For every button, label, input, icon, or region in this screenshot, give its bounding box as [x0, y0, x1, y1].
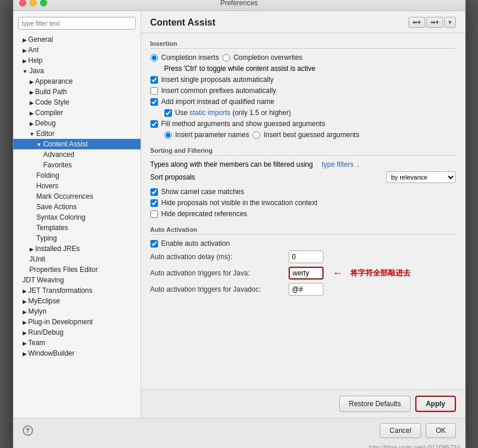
hide-deprecated-row: Hide deprecated references — [150, 210, 456, 218]
static-imports-label: Use static imports (only 1.5 or higher) — [175, 109, 291, 117]
param-names-radio[interactable] — [164, 131, 172, 139]
cancel-button[interactable]: Cancel — [380, 423, 421, 438]
sidebar-item-label-content-assist: Content Assist — [43, 140, 88, 148]
sidebar-item-label-jet-transformations: JET Transformations — [28, 286, 92, 295]
sidebar-item-debug[interactable]: ▶ Debug — [13, 118, 141, 128]
java-triggers-input[interactable] — [289, 267, 324, 279]
sidebar-item-plugin-development[interactable]: ▶ Plug-in Development — [13, 317, 141, 327]
back-button[interactable]: ⬅▾ — [408, 17, 425, 28]
sidebar-item-run-debug[interactable]: ▶ Run/Debug — [13, 327, 141, 338]
hide-deprecated-check[interactable] — [150, 210, 158, 218]
help-button[interactable]: ? — [23, 425, 33, 436]
annotation-text: 将字符全部敲进去 — [350, 268, 411, 278]
completion-overwrites-radio[interactable] — [222, 54, 230, 62]
sorting-title: Sorting and Filtering — [150, 147, 456, 156]
javadoc-triggers-row: Auto activation triggers for Javadoc: — [150, 283, 456, 296]
apply-button[interactable]: Apply — [415, 396, 455, 412]
sidebar-item-label-debug: Debug — [35, 119, 56, 127]
main-content: ▶ General▶ Ant▶ Help▼ Java▶ Appearance▶ … — [13, 11, 465, 418]
sidebar-item-junit[interactable]: JUnit — [13, 254, 141, 264]
tree-arrow-plugin-development: ▶ — [23, 320, 27, 325]
sidebar-item-build-path[interactable]: ▶ Build Path — [13, 87, 141, 97]
watermark: http://blog.csdn.net/u011085734 — [13, 443, 465, 448]
minimize-button[interactable] — [30, 0, 37, 6]
sidebar-item-syntax-coloring[interactable]: Syntax Coloring — [13, 212, 141, 223]
insert-common-check[interactable] — [150, 87, 158, 95]
sidebar-item-label-run-debug: Run/Debug — [28, 328, 64, 336]
sidebar-item-typing[interactable]: Typing — [13, 233, 141, 243]
sidebar-item-label-java: Java — [29, 67, 44, 75]
sidebar-item-editor[interactable]: ▼ Editor — [13, 128, 141, 139]
static-imports-check[interactable] — [164, 109, 172, 117]
fill-method-check[interactable] — [150, 120, 158, 128]
static-imports-row: Use static imports (only 1.5 or higher) — [150, 109, 456, 117]
menu-button[interactable]: ▾ — [444, 17, 456, 28]
auto-activation-title: Auto Activation — [150, 226, 456, 235]
tree-arrow-myeclipse: ▶ — [23, 299, 27, 304]
annotation-arrow: ← — [333, 267, 343, 279]
sidebar-item-label-save-actions: Save Actions — [37, 203, 77, 211]
sidebar-item-compiler[interactable]: ▶ Compiler — [13, 107, 141, 118]
sidebar-item-label-general: General — [28, 35, 53, 44]
sidebar-item-advanced[interactable]: Advanced — [13, 149, 141, 160]
type-filters-link[interactable]: type filters — [322, 160, 354, 169]
javadoc-triggers-input[interactable] — [289, 283, 324, 296]
main-body: Insertion Completion inserts Completion … — [141, 33, 465, 389]
completion-inserts-label: Completion inserts — [161, 53, 219, 62]
restore-defaults-button[interactable]: Restore Defaults — [339, 396, 411, 412]
filter-input[interactable] — [18, 17, 136, 30]
enable-auto-row: Enable auto activation — [150, 239, 456, 248]
sidebar-item-save-actions[interactable]: Save Actions — [13, 202, 141, 212]
tree-arrow-content-assist: ▼ — [37, 142, 42, 148]
sidebar-item-label-typing: Typing — [37, 234, 57, 242]
sort-proposals-select[interactable]: by relevance alphabetically — [386, 171, 456, 183]
completion-inserts-radio[interactable] — [150, 54, 158, 62]
sidebar-item-label-windowbuilder: WindowBuilder — [28, 349, 75, 357]
maximize-button[interactable] — [40, 0, 47, 6]
sidebar-item-general[interactable]: ▶ General — [13, 34, 141, 45]
forward-button[interactable]: ➡▾ — [426, 17, 443, 28]
sidebar-item-installed-jres[interactable]: ▶ Installed JREs — [13, 243, 141, 254]
show-camel-check[interactable] — [150, 188, 158, 196]
param-names-label: Insert parameter names — [175, 131, 249, 139]
sidebar-item-appearance[interactable]: ▶ Appearance — [13, 76, 141, 87]
enable-auto-check[interactable] — [150, 240, 158, 248]
sidebar-item-jet-transformations[interactable]: ▶ JET Transformations — [13, 285, 141, 296]
sidebar-item-label-team: Team — [28, 339, 45, 347]
hide-not-visible-check[interactable] — [150, 199, 158, 207]
hide-not-visible-row: Hide proposals not visible in the invoca… — [150, 199, 456, 207]
sidebar-item-label-appearance: Appearance — [35, 77, 73, 85]
insert-single-check[interactable] — [150, 76, 158, 84]
sidebar-item-content-assist[interactable]: ▼ Content Assist — [13, 139, 141, 149]
sidebar-item-code-style[interactable]: ▶ Code Style — [13, 97, 141, 107]
close-button[interactable] — [19, 0, 26, 6]
ok-button[interactable]: OK — [426, 423, 455, 438]
sidebar-item-help[interactable]: ▶ Help — [13, 55, 141, 66]
sidebar-item-label-code-style: Code Style — [35, 98, 70, 106]
add-import-check[interactable] — [150, 98, 158, 106]
static-imports-link[interactable]: static imports — [189, 109, 231, 117]
show-camel-row: Show camel case matches — [150, 188, 456, 196]
sidebar-item-jdt-weaving[interactable]: JDT Weaving — [13, 275, 141, 285]
sidebar-item-folding[interactable]: Folding — [13, 170, 141, 181]
sidebar-item-label-mark-occurrences: Mark Occurrences — [37, 192, 94, 200]
sidebar-item-team[interactable]: ▶ Team — [13, 338, 141, 348]
sidebar-item-label-editor: Editor — [36, 130, 54, 138]
tree-arrow-code-style: ▶ — [30, 100, 34, 106]
sidebar-item-mylyn[interactable]: ▶ Mylyn — [13, 306, 141, 317]
sidebar-item-favorites[interactable]: Favorites — [13, 160, 141, 170]
sidebar-item-java[interactable]: ▼ Java — [13, 66, 141, 76]
sidebar-item-ant[interactable]: ▶ Ant — [13, 45, 141, 55]
sidebar-item-label-hovers: Hovers — [37, 182, 59, 190]
insertion-section: Insertion Completion inserts Completion … — [150, 40, 456, 139]
sidebar-item-windowbuilder[interactable]: ▶ WindowBuilder — [13, 348, 141, 359]
best-guessed-radio[interactable] — [253, 131, 260, 139]
sidebar-item-myeclipse[interactable]: ▶ MyEclipse — [13, 296, 141, 306]
sidebar-item-hovers[interactable]: Hovers — [13, 181, 141, 191]
sidebar-item-label-properties-files-editor: Properties Files Editor — [30, 266, 98, 274]
sidebar-item-mark-occurrences[interactable]: Mark Occurrences — [13, 191, 141, 202]
delay-input[interactable] — [289, 250, 324, 263]
sidebar-item-label-folding: Folding — [37, 171, 59, 180]
sidebar-item-properties-files-editor[interactable]: Properties Files Editor — [13, 264, 141, 275]
sidebar-item-templates[interactable]: Templates — [13, 223, 141, 233]
